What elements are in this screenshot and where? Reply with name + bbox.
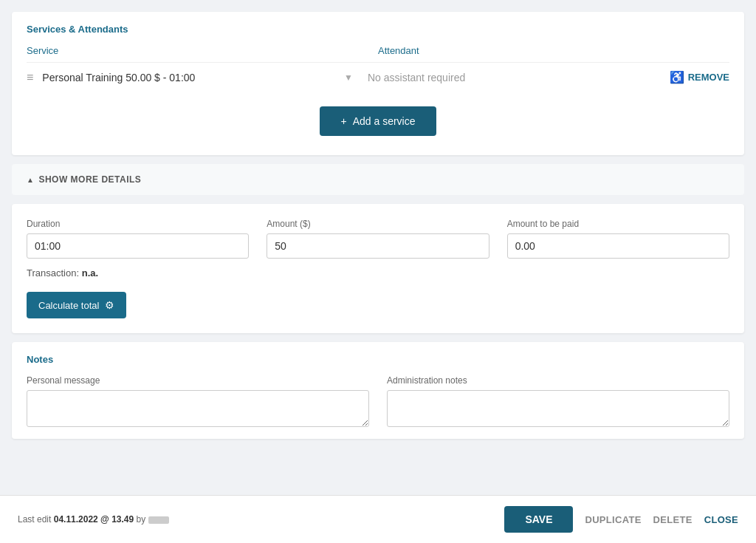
calculate-total-button[interactable]: Calculate total ⚙ — [27, 292, 126, 318]
show-more-details-button[interactable]: ▲ SHOW MORE DETAILS — [27, 174, 141, 185]
last-edit-time: 13.49 — [111, 514, 134, 525]
transaction-value: n.a. — [82, 267, 98, 279]
chevron-up-icon: ▲ — [27, 176, 34, 184]
drag-handle-icon[interactable]: ≡ — [27, 72, 33, 83]
amount-field-group: Amount ($) — [267, 219, 489, 259]
personal-message-field: Personal message — [27, 375, 369, 427]
service-name: Personal Training 50.00 $ - 01:00 — [42, 72, 344, 83]
remove-circle-icon: ♿ — [670, 70, 684, 84]
duration-label: Duration — [27, 219, 249, 229]
duration-field-group: Duration — [27, 219, 249, 259]
duplicate-button[interactable]: DUPLICATE — [585, 514, 641, 525]
last-edit-prefix: Last edit — [18, 514, 51, 525]
gear-icon: ⚙ — [105, 299, 114, 311]
notes-section-title: Notes — [27, 354, 729, 365]
service-column-header: Service — [27, 45, 378, 56]
amount-input[interactable] — [267, 233, 489, 259]
calculate-label: Calculate total — [38, 300, 99, 311]
last-edit-info: Last edit 04.11.2022 @ 13.49 by — [18, 514, 169, 525]
admin-notes-label: Administration notes — [387, 375, 729, 386]
amount-paid-field-group: Amount to be paid — [507, 219, 729, 259]
amount-paid-label: Amount to be paid — [507, 219, 729, 229]
attendant-value: No assistant required — [368, 72, 670, 83]
last-edit-by: by — [137, 514, 146, 525]
personal-message-label: Personal message — [27, 375, 369, 386]
attendant-column-header: Attendant — [378, 45, 729, 56]
add-service-button[interactable]: + Add a service — [320, 106, 436, 136]
footer-actions: SAVE DUPLICATE DELETE CLOSE — [504, 506, 738, 533]
admin-notes-input[interactable] — [387, 390, 729, 427]
save-button[interactable]: SAVE — [504, 506, 573, 533]
services-section-title: Services & Attendants — [27, 24, 729, 35]
transaction-row: Transaction: n.a. — [27, 267, 729, 279]
plus-icon: + — [340, 115, 346, 127]
add-service-label: Add a service — [353, 115, 416, 127]
remove-service-button[interactable]: ♿ REMOVE — [670, 70, 729, 84]
footer: Last edit 04.11.2022 @ 13.49 by SAVE DUP… — [0, 495, 756, 543]
user-avatar — [148, 516, 169, 524]
admin-notes-field: Administration notes — [387, 375, 729, 427]
last-edit-date: 04.11.2022 @ — [54, 514, 109, 525]
remove-label: REMOVE — [688, 72, 729, 83]
close-button[interactable]: CLOSE — [704, 514, 738, 525]
amount-label: Amount ($) — [267, 219, 489, 229]
service-row: ≡ Personal Training 50.00 $ - 01:00 ▼ No… — [27, 62, 729, 92]
show-more-label: SHOW MORE DETAILS — [38, 174, 141, 185]
service-dropdown-icon[interactable]: ▼ — [344, 72, 353, 83]
amount-paid-input[interactable] — [507, 233, 729, 259]
personal-message-input[interactable] — [27, 390, 369, 427]
duration-input[interactable] — [27, 233, 249, 259]
delete-button[interactable]: DELETE — [653, 514, 693, 525]
transaction-label: Transaction: — [27, 267, 79, 279]
